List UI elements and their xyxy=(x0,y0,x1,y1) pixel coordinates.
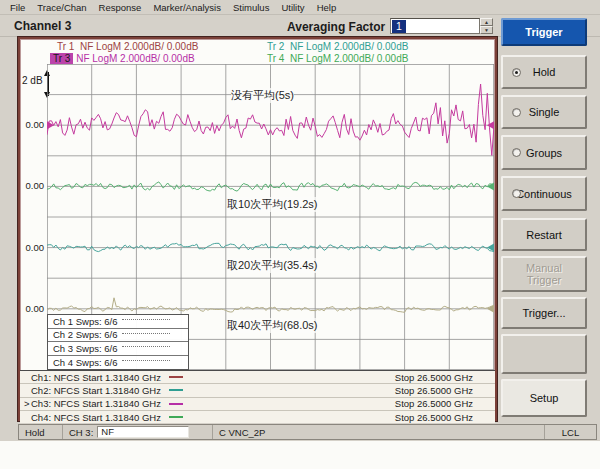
radio-icon xyxy=(512,189,521,198)
softkey-panel: Trigger Hold Single Groups Continuous Re… xyxy=(498,0,600,441)
radio-selected-icon xyxy=(512,68,521,77)
trace3-format: NF LogM 2.000dB/ 0.00dB xyxy=(76,53,194,64)
trace-color-dash xyxy=(169,376,183,378)
trace3-active-chip: Tr 3 xyxy=(50,53,73,64)
trace-color-dash xyxy=(169,403,183,405)
freq-start-label: Ch1: NFCS Start 1.31840 GHz xyxy=(31,372,161,383)
freq-stop-label: Stop 26.5000 GHz xyxy=(395,372,473,383)
status-bar: Hold CH 3: NF C VNC_2P LCL xyxy=(18,424,597,440)
setup-button[interactable]: Setup xyxy=(501,379,587,417)
annotation-avg-10: 取10次平均(19.2s) xyxy=(227,197,317,212)
freq-row-ch2: Ch2: NFCS Start 1.31840 GHz Stop 26.5000… xyxy=(20,384,495,397)
radio-icon xyxy=(512,108,521,117)
menu-trace-chan[interactable]: Trace/Chan xyxy=(31,2,92,13)
ref-level-trace1: 0.00 xyxy=(21,119,44,130)
menu-file[interactable]: File xyxy=(4,2,31,13)
menu-utility[interactable]: Utility xyxy=(275,2,310,13)
annotation-avg-40: 取40次平均(68.0s) xyxy=(227,318,317,333)
ref-level-trace3: 0.00 xyxy=(21,242,44,253)
trace-color-dash xyxy=(169,416,183,418)
restart-button[interactable]: Restart xyxy=(501,218,587,251)
groups-button[interactable]: Groups xyxy=(501,135,587,170)
averaging-factor-label: Averaging Factor xyxy=(287,20,385,34)
trace4-id: Tr 4 xyxy=(267,53,284,64)
sweep-row-ch2: Ch 2 Swps: 6/6 xyxy=(48,329,188,343)
sweep-dots xyxy=(122,333,170,334)
sweep-dots xyxy=(122,346,170,347)
measurement-selector[interactable]: NF xyxy=(97,426,189,438)
active-channel-marker: > xyxy=(24,398,31,409)
freq-start-label: Ch4: NFCS Start 1.31840 GHz xyxy=(31,412,161,423)
manual-trigger-button-disabled: ManualTrigger xyxy=(501,256,587,292)
trace2-legend[interactable]: Tr 2 NF LogM 2.000dB/ 0.00dB xyxy=(267,41,408,52)
freq-start-label: Ch2: NFCS Start 1.31840 GHz xyxy=(31,385,161,396)
menu-response[interactable]: Response xyxy=(93,2,148,13)
channel-title: Channel 3 xyxy=(14,19,71,33)
annotation-avg-20: 取20次平均(35.4s) xyxy=(227,258,317,273)
scale-per-division-label: 2 dB xyxy=(22,75,43,86)
hold-button[interactable]: Hold xyxy=(501,55,587,89)
trace4-format: NF LogM 2.000dB/ 0.00dB xyxy=(290,53,408,64)
averaging-factor-input[interactable]: 1 xyxy=(390,18,480,34)
freq-row-ch3: > Ch3: NFCS Start 1.31840 GHz Stop 26.50… xyxy=(20,398,495,411)
trace2-format: NF LogM 2.000dB/ 0.00dB xyxy=(290,41,408,52)
trigger-more-button[interactable]: Trigger... xyxy=(501,297,587,329)
trace2-id: Tr 2 xyxy=(267,41,284,52)
sweep-mode-status: Hold xyxy=(19,425,63,439)
menu-help[interactable]: Help xyxy=(311,2,343,13)
annotation-no-averaging: 没有平均(5s) xyxy=(231,88,294,103)
freq-start-label: Ch3: NFCS Start 1.31840 GHz xyxy=(31,398,161,409)
analyzer-screen: File Trace/Chan Response Marker/Analysis… xyxy=(0,0,600,469)
menu-marker-analysis[interactable]: Marker/Analysis xyxy=(147,2,227,13)
trace1-legend[interactable]: Tr 1 NF LogM 2.000dB/ 0.00dB xyxy=(57,41,198,52)
ref-level-trace4: 0.00 xyxy=(21,303,44,314)
freq-stop-label: Stop 26.5000 GHz xyxy=(395,398,473,409)
sweep-row-ch3: Ch 3 Swps: 6/6 xyxy=(48,342,188,356)
ref-level-trace2: 0.00 xyxy=(21,180,44,191)
averaging-factor-value: 1 xyxy=(392,20,406,33)
lcl-status: LCL xyxy=(544,425,596,439)
spinner-up-icon[interactable]: ▲ xyxy=(480,18,493,26)
spinner-down-icon[interactable]: ▼ xyxy=(480,26,493,34)
single-button[interactable]: Single xyxy=(501,95,587,129)
continuous-button[interactable]: Continuous xyxy=(501,176,587,211)
freq-row-ch1: Ch1: NFCS Start 1.31840 GHz Stop 26.5000… xyxy=(20,371,495,384)
freq-stop-label: Stop 26.5000 GHz xyxy=(395,385,473,396)
correction-status: C VNC_2P xyxy=(213,425,544,439)
trigger-menu-title[interactable]: Trigger xyxy=(501,18,587,46)
blank-softkey xyxy=(501,334,587,374)
trace1-format: NF LogM 2.000dB/ 0.00dB xyxy=(80,41,198,52)
channel-frequency-rows: Ch1: NFCS Start 1.31840 GHz Stop 26.5000… xyxy=(20,370,495,423)
trace-color-dash xyxy=(169,389,183,391)
active-channel-status: CH 3: NF xyxy=(63,425,213,439)
menu-stimulus[interactable]: Stimulus xyxy=(227,2,275,13)
averaging-factor-stepper: ▲ ▼ xyxy=(480,18,493,34)
radio-icon xyxy=(512,148,521,157)
freq-row-ch4: Ch4: NFCS Start 1.31840 GHz Stop 26.5000… xyxy=(20,411,495,424)
trace-legend: Tr 1 NF LogM 2.000dB/ 0.00dB Tr 2 NF Log… xyxy=(20,40,495,64)
sweep-row-ch1: Ch 1 Swps: 6/6 xyxy=(48,315,188,329)
freq-stop-label: Stop 26.5000 GHz xyxy=(395,412,473,423)
trace4-legend[interactable]: Tr 4 NF LogM 2.000dB/ 0.00dB xyxy=(267,53,408,64)
footer-area: 注: 测量点数 = 201, 在测量和校准时都进行了平均操作, 所显示的轨迹刻意… xyxy=(0,441,600,469)
trace3-legend-active[interactable]: Tr 3 NF LogM 2.000dB/ 0.00dB xyxy=(50,53,195,64)
sweep-row-ch4: Ch 4 Swps: 6/6 xyxy=(48,356,188,370)
trace1-id: Tr 1 xyxy=(57,41,74,52)
sweep-dots xyxy=(122,319,170,320)
sweep-status-table: Ch 1 Swps: 6/6 Ch 2 Swps: 6/6 Ch 3 Swps:… xyxy=(47,314,189,370)
sweep-dots xyxy=(122,360,170,361)
graph-window: Tr 1 NF LogM 2.000dB/ 0.00dB Tr 2 NF Log… xyxy=(18,37,497,421)
